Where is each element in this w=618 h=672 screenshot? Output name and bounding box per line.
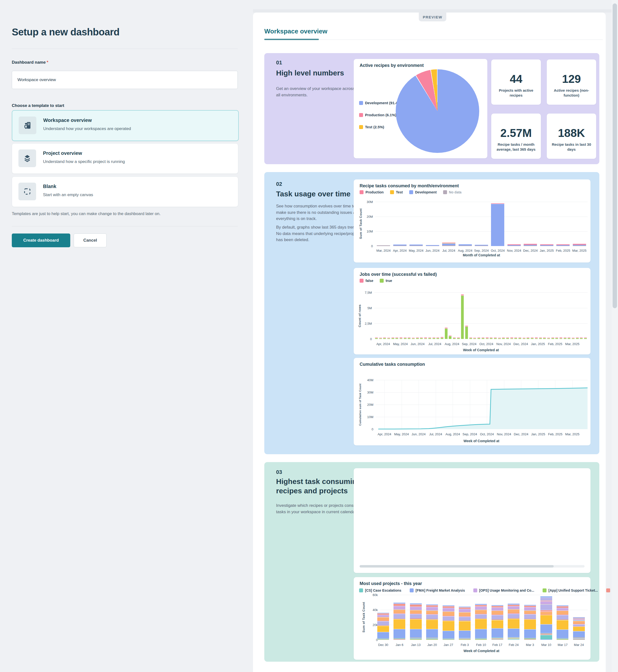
x-tick-label: Feb 17	[493, 643, 502, 647]
stacked-bar	[478, 337, 480, 339]
template-title: Project overview	[43, 150, 82, 156]
stacked-bar	[524, 605, 536, 640]
bar-segment	[426, 629, 438, 638]
legend-label: [OPS] Usage Monitoring and Co...	[479, 588, 534, 592]
stacked-bar	[535, 337, 538, 339]
legend-label: No data	[449, 190, 461, 194]
bar-segment-true	[535, 338, 538, 339]
bar-segment-true	[470, 338, 472, 339]
table-hscroll-thumb[interactable]	[359, 565, 554, 568]
section-number: 03	[276, 469, 282, 475]
stacked-bar	[508, 604, 519, 640]
bar-segment-true	[416, 338, 419, 339]
bar-segment-true	[531, 338, 533, 339]
x-tick-label: Jan, 2025	[531, 342, 545, 346]
section-number: 02	[276, 181, 282, 187]
bar-segment	[442, 243, 455, 245]
stacked-bar	[572, 338, 575, 339]
bar-segment	[508, 639, 519, 640]
stacked-bar	[416, 337, 419, 339]
legend-label: [App] Unified Support Ticket...	[548, 588, 598, 592]
x-tick-label: Jul, 2024	[442, 249, 455, 252]
bar-segment-true	[379, 338, 382, 339]
bar-segment	[443, 640, 454, 640]
x-tick-label: Jan 27	[444, 643, 453, 647]
bar-segment	[492, 615, 503, 619]
x-tick-label: Sep, 2024	[474, 249, 489, 252]
section-title: High level numbers	[276, 68, 344, 78]
stacked-bar	[527, 337, 529, 339]
bar-segment	[475, 619, 487, 629]
vertical-scrollbar-thumb[interactable]	[613, 3, 617, 308]
bar-segment	[377, 615, 389, 617]
bar-segment-true	[432, 338, 435, 339]
bar-segment-true	[400, 338, 402, 339]
legend-item: Test (2.5%)	[359, 125, 402, 129]
bar-segment	[556, 246, 570, 246]
legend-label: Development	[415, 190, 437, 194]
bar-segment-true	[506, 338, 509, 339]
stacked-bar	[377, 613, 389, 640]
bar-segment	[556, 629, 569, 638]
tab-workspace-overview[interactable]: Workspace overview	[264, 27, 327, 35]
stacked-bar	[523, 338, 525, 339]
legend-item: false	[359, 279, 373, 283]
cumulative-area-line	[354, 358, 591, 445]
template-card-project-overview[interactable]: Project overview Understand how a specif…	[12, 143, 238, 174]
x-tick-label: Jan 6	[396, 643, 403, 647]
stacked-bar	[409, 244, 423, 246]
stacked-bar	[461, 295, 464, 339]
layers-icon	[18, 150, 36, 167]
pie-legend: Development (91.4%)Production (6.1%)Test…	[359, 101, 402, 129]
stacked-bar	[524, 244, 537, 246]
bar-segment	[508, 628, 519, 637]
template-card-workspace-overview[interactable]: Workspace overview Understand how your w…	[12, 110, 239, 141]
bar-segment	[524, 619, 536, 629]
bar-segment-true	[498, 338, 501, 339]
template-title: Workspace overview	[43, 117, 92, 123]
stacked-bar	[412, 338, 415, 339]
create-dashboard-button[interactable]: Create dashboard	[12, 234, 70, 247]
bar-segment	[491, 204, 504, 246]
legend-swatch	[359, 101, 363, 105]
bar-segment-true	[441, 338, 443, 339]
x-axis-label: Month of Completed at	[463, 253, 500, 257]
y-tick-label: 60k	[363, 593, 378, 597]
cancel-button[interactable]: Cancel	[74, 234, 107, 247]
bar-segment-true	[510, 338, 513, 339]
bar-segment-true	[424, 338, 427, 339]
stacked-bar	[494, 337, 497, 339]
stacked-bar	[531, 337, 533, 339]
bar-segment	[443, 616, 454, 620]
stacked-bar	[519, 337, 521, 339]
bar-segment	[409, 246, 423, 246]
legend-item: [App] Unified Support Ticket...	[543, 588, 598, 592]
stacked-bar	[470, 337, 472, 339]
bar-segment-true	[428, 338, 431, 339]
bar-segment	[459, 612, 471, 616]
x-tick-label: Jun, 2024	[425, 249, 439, 252]
template-card-blank[interactable]: Blank Start with an empty canvas	[12, 176, 238, 207]
pie-chart-card: Active recipes by environment Developmen…	[354, 59, 487, 158]
bar-segment	[426, 607, 438, 610]
bar-segment	[426, 639, 438, 640]
bar-segment	[475, 639, 487, 640]
jobs-chart-card: Jobs over time (successful vs failed) fa…	[354, 268, 591, 354]
bar-segment	[394, 619, 405, 629]
x-tick-label: Feb, 2025	[556, 249, 571, 252]
stacked-bar	[475, 245, 488, 246]
bar-segment	[377, 617, 389, 620]
bar-segment	[540, 624, 552, 633]
stacked-bar	[506, 337, 509, 339]
bar-segment-true	[564, 338, 566, 339]
stat-card-30day-tasks: 188K Recipe tasks in last 30 days	[547, 113, 596, 159]
bar-segment-true	[555, 338, 558, 339]
stacked-bar	[428, 337, 431, 339]
dashboard-name-input[interactable]	[12, 71, 238, 89]
bar-segment	[524, 639, 536, 640]
bar-segment-true	[559, 338, 562, 339]
template-title: Blank	[43, 184, 56, 189]
choose-template-label: Choose a template to start	[12, 103, 64, 108]
bar-segment	[524, 629, 536, 638]
stacked-bar	[408, 337, 410, 339]
